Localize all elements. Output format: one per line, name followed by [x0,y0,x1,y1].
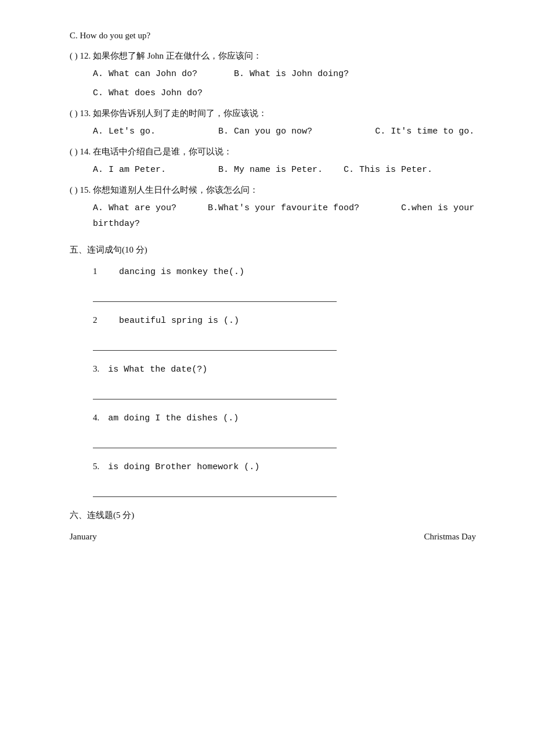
q14-opt-c: C. This is Peter. [344,165,432,175]
q14-opt-a: A. I am Peter. [93,165,166,175]
q13-opt-c: C. It's time to go. [375,127,474,136]
q14-bracket: ( ) [70,147,78,156]
q15-options: A. What are you? B.What's your favourite… [93,200,476,232]
section6-title: 六、连线题(5 分) [70,507,476,523]
q15-stem: ( ) 15. 你想知道别人生日什么时候，你该怎么问： [70,182,476,198]
q14-chinese: 在电话中介绍自己是谁，你可以说： [93,147,232,156]
sentence-num-4: 4. [93,413,99,422]
q13-chinese: 如果你告诉别人到了走的时间了，你应该说： [93,109,267,118]
sentence-words-2: beautiful spring is (.) [119,316,239,326]
sentence-num-1: 1 [93,267,98,276]
answer-line-5 [93,481,337,497]
matching-row-1: January Christmas Day [70,529,476,545]
sentence-words-5: is doing Brother homework (.) [108,462,259,472]
q13-options: A. Let's go. B. Can you go now? C. It's … [93,124,476,139]
sentence-num-2: 2 [93,315,98,325]
sentence-words-4: am doing I the dishes (.) [108,413,239,423]
q15-opt-b: B.What's your favourite food? [208,203,359,213]
answer-line-2 [93,334,337,351]
q13-stem: ( ) 13. 如果你告诉别人到了走的时间了，你应该说： [70,106,476,121]
q14-number: 14. [80,147,91,156]
q15-number: 15. [80,185,91,195]
sentence-num-5: 5. [93,462,99,471]
q15-chinese: 你想知道别人生日什么时候，你该怎么问： [93,185,258,195]
sentence-item-2: 2 beautiful spring is (.) [93,312,476,329]
q15-opt-a: A. What are you? [93,203,176,213]
sentence-item-3: 3. is What the date(?) [93,361,476,377]
q12-opt-c-row: C. What does John do? [93,85,476,101]
q12-opt-b: B. What is John doing? [234,69,349,79]
sentence-item-1: 1 dancing is monkey the(.) [93,264,476,280]
q15-bracket: ( ) [70,185,78,195]
q14-opt-b: B. My name is Peter. [218,165,323,175]
q12-bracket: ( ) [70,51,78,60]
q12-chinese: 如果你想了解 John 正在做什么，你应该问： [93,51,262,60]
q12-number: 12. [80,51,91,60]
sentence-words-1: dancing is monkey the(.) [119,267,244,277]
sentence-item-4: 4. am doing I the dishes (.) [93,410,476,426]
sentence-item-5: 5. is doing Brother homework (.) [93,459,476,475]
q12-opt-a: A. What can John do? [93,69,197,79]
answer-line-1 [93,286,337,302]
answer-line-3 [93,383,337,399]
q12-options: A. What can John do? B. What is John doi… [93,66,476,82]
section5-title: 五、连词成句(10 分) [70,242,476,258]
q12-opt-c: C. What does John do? [93,88,203,98]
q12-stem: ( ) 12. 如果你想了解 John 正在做什么，你应该问： [70,48,476,64]
sentence-num-3: 3. [93,364,99,373]
matching-right-1: Christmas Day [424,529,476,545]
matching-left-1: January [70,529,97,545]
q14-stem: ( ) 14. 在电话中介绍自己是谁，你可以说： [70,144,476,160]
q13-opt-a: A. Let's go. [93,127,156,136]
q13-bracket: ( ) [70,109,78,118]
sentence-words-3: is What the date(?) [108,365,207,375]
q13-opt-b: B. Can you go now? [218,127,312,136]
answer-line-4 [93,432,337,448]
q14-options: A. I am Peter. B. My name is Peter. C. T… [93,162,476,178]
q11-option-c: C. How do you get up? [70,28,476,44]
q13-number: 13. [80,109,91,118]
